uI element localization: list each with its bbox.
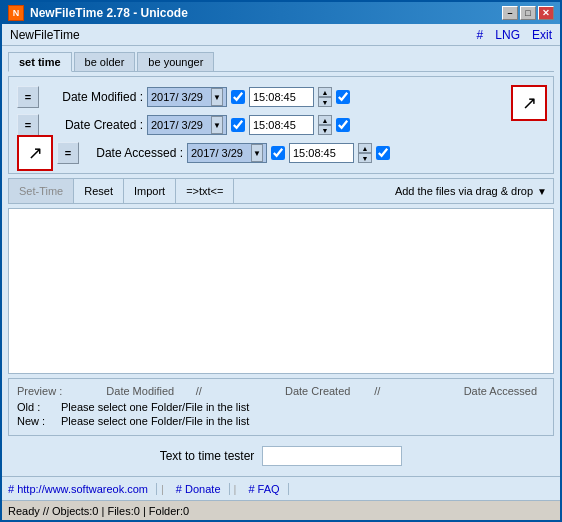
faq-link[interactable]: # FAQ	[240, 483, 288, 495]
txt-button[interactable]: =>txt<=	[176, 179, 234, 203]
date-modified-input[interactable]: ▼	[147, 87, 227, 107]
preview-header: Preview : Date Modified // Date Created …	[17, 385, 545, 397]
date-accessed-field[interactable]	[191, 147, 251, 159]
new-value: Please select one Folder/File in the lis…	[61, 415, 249, 427]
old-label: Old :	[17, 401, 57, 413]
date-created-input[interactable]: ▼	[147, 115, 227, 135]
time-created-field[interactable]	[253, 119, 303, 131]
content-area: set time be older be younger = Date Modi…	[2, 46, 560, 476]
preview-new-row: New : Please select one Folder/File in t…	[17, 415, 545, 427]
time-created-spinner: ▲ ▼	[318, 115, 332, 135]
time-created-down[interactable]: ▼	[318, 125, 332, 135]
title-bar-left: N NewFileTime 2.78 - Unicode	[8, 5, 188, 21]
preview-sep2: //	[374, 385, 455, 397]
main-window: N NewFileTime 2.78 - Unicode – □ ✕ NewFi…	[0, 0, 562, 522]
drag-icon-left: ↖	[17, 135, 53, 171]
add-files-label: Add the files via drag & drop ▼	[389, 185, 553, 197]
time-modified-up[interactable]: ▲	[318, 87, 332, 97]
preview-sep1: //	[196, 385, 277, 397]
app-name-label: NewFileTime	[10, 28, 80, 42]
eq-button-created[interactable]: =	[17, 114, 39, 136]
date-created-label: Date Created :	[43, 118, 143, 132]
separator1: |	[157, 483, 168, 495]
menu-bar: NewFileTime # LNG Exit	[2, 24, 560, 46]
preview-date-accessed-header: Date Accessed	[464, 385, 545, 397]
eq-button-modified[interactable]: =	[17, 86, 39, 108]
preview-col1: Preview :	[17, 385, 98, 397]
tab-be-younger[interactable]: be younger	[137, 52, 214, 71]
add-files-dropdown-arrow[interactable]: ▼	[537, 186, 547, 197]
date-modified-label: Date Modified :	[43, 90, 143, 104]
tab-bar: set time be older be younger	[8, 52, 554, 72]
date-accessed-label: Date Accessed :	[83, 146, 183, 160]
set-time-button[interactable]: Set-Time	[9, 179, 74, 203]
maximize-button[interactable]: □	[520, 6, 536, 20]
time-created-input	[249, 115, 314, 135]
time-accessed-checkbox[interactable]	[376, 146, 390, 160]
date-modified-checkbox[interactable]	[231, 90, 245, 104]
action-toolbar: Set-Time Reset Import =>txt<= Add the fi…	[8, 178, 554, 204]
preview-old-row: Old : Please select one Folder/File in t…	[17, 401, 545, 413]
bottom-bar: # http://www.softwareok.com | # Donate |…	[2, 476, 560, 500]
time-modified-checkbox[interactable]	[336, 90, 350, 104]
app-icon: N	[8, 5, 24, 21]
time-modified-field[interactable]	[253, 91, 303, 103]
text-tester-input[interactable]	[262, 446, 402, 466]
preview-section: Preview : Date Modified // Date Created …	[8, 378, 554, 436]
status-text: Ready // Objects:0 | Files:0 | Folder:0	[8, 505, 189, 517]
exit-menu[interactable]: Exit	[532, 28, 552, 42]
preview-date-modified-header: Date Modified	[106, 385, 187, 397]
menu-bar-right: # LNG Exit	[477, 28, 552, 42]
date-created-row: = Date Created : ▼ ▲ ▼	[17, 113, 545, 137]
separator2: |	[230, 483, 241, 495]
new-label: New :	[17, 415, 57, 427]
date-created-field[interactable]	[151, 119, 211, 131]
date-accessed-input[interactable]: ▼	[187, 143, 267, 163]
cursor-icon: ↗	[522, 92, 537, 114]
old-value: Please select one Folder/File in the lis…	[61, 401, 249, 413]
time-accessed-spinner: ▲ ▼	[358, 143, 372, 163]
time-modified-spinner: ▲ ▼	[318, 87, 332, 107]
minimize-button[interactable]: –	[502, 6, 518, 20]
preview-date-created-header: Date Created	[285, 385, 366, 397]
website-link[interactable]: # http://www.softwareok.com	[8, 483, 157, 495]
date-modified-field[interactable]	[151, 91, 211, 103]
time-accessed-field[interactable]	[293, 147, 343, 159]
hash-menu[interactable]: #	[477, 28, 484, 42]
date-accessed-checkbox[interactable]	[271, 146, 285, 160]
title-buttons: – □ ✕	[502, 6, 554, 20]
date-created-dropdown[interactable]: ▼	[211, 116, 223, 134]
date-modified-row: = Date Modified : ▼ ▲ ▼	[17, 85, 545, 109]
import-button[interactable]: Import	[124, 179, 176, 203]
close-button[interactable]: ✕	[538, 6, 554, 20]
eq-button-accessed[interactable]: =	[57, 142, 79, 164]
file-list-area[interactable]	[8, 208, 554, 374]
tab-set-time[interactable]: set time	[8, 52, 72, 72]
text-tester: Text to time tester	[8, 440, 554, 470]
date-accessed-dropdown[interactable]: ▼	[251, 144, 263, 162]
text-tester-label: Text to time tester	[160, 449, 255, 463]
reset-button[interactable]: Reset	[74, 179, 124, 203]
time-created-checkbox[interactable]	[336, 118, 350, 132]
time-accessed-up[interactable]: ▲	[358, 143, 372, 153]
time-modified-input	[249, 87, 314, 107]
date-modified-dropdown[interactable]: ▼	[211, 88, 223, 106]
time-modified-down[interactable]: ▼	[318, 97, 332, 107]
donate-link[interactable]: # Donate	[168, 483, 230, 495]
tab-be-older[interactable]: be older	[74, 52, 136, 71]
date-accessed-row: ↖ = Date Accessed : ▼ ▲ ▼	[17, 141, 545, 165]
datetime-section: = Date Modified : ▼ ▲ ▼ = Date	[8, 76, 554, 174]
time-created-up[interactable]: ▲	[318, 115, 332, 125]
title-bar: N NewFileTime 2.78 - Unicode – □ ✕	[2, 2, 560, 24]
time-accessed-input	[289, 143, 354, 163]
cursor-left-icon: ↖	[28, 142, 43, 164]
status-bar: Ready // Objects:0 | Files:0 | Folder:0	[2, 500, 560, 520]
time-accessed-down[interactable]: ▼	[358, 153, 372, 163]
date-created-checkbox[interactable]	[231, 118, 245, 132]
lng-menu[interactable]: LNG	[495, 28, 520, 42]
window-title: NewFileTime 2.78 - Unicode	[30, 6, 188, 20]
corner-drag-icon: ↗	[511, 85, 547, 121]
